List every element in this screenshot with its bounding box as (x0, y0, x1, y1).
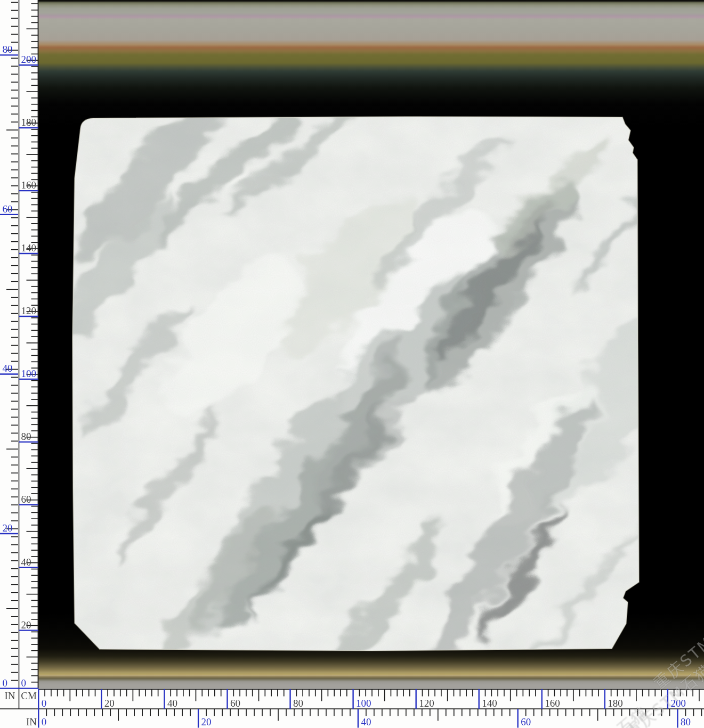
svg-text:40: 40 (3, 363, 13, 374)
svg-text:200: 200 (21, 54, 37, 65)
svg-text:60: 60 (21, 494, 31, 505)
slab-scanner-viewport: 0204060801001201401601802000204060800204… (0, 0, 704, 728)
svg-text:180: 180 (608, 698, 623, 709)
svg-text:140: 140 (21, 242, 37, 253)
svg-text:60: 60 (3, 203, 13, 215)
svg-text:0: 0 (42, 698, 47, 709)
svg-text:20: 20 (104, 698, 115, 709)
svg-text:60: 60 (521, 716, 531, 727)
svg-text:40: 40 (361, 716, 371, 727)
svg-text:160: 160 (545, 698, 560, 709)
svg-text:120: 120 (419, 698, 434, 709)
corner-unit-in-bottom-row: IN (26, 716, 37, 727)
svg-text:20: 20 (21, 619, 31, 631)
svg-text:40: 40 (21, 557, 31, 568)
measurement-rulers: 0204060801001201401601802000204060800204… (0, 0, 704, 728)
svg-text:120: 120 (21, 305, 37, 316)
ruler-frame (0, 0, 704, 709)
svg-text:160: 160 (21, 179, 37, 191)
svg-text:0: 0 (21, 677, 27, 689)
ruler-backgrounds (0, 0, 704, 728)
corner-unit-in: IN (4, 690, 15, 701)
svg-text:0: 0 (3, 677, 8, 689)
svg-text:80: 80 (3, 44, 13, 55)
svg-text:80: 80 (293, 698, 303, 709)
svg-text:60: 60 (230, 698, 240, 709)
svg-text:200: 200 (670, 698, 686, 709)
svg-text:140: 140 (482, 698, 497, 709)
svg-text:80: 80 (21, 431, 31, 442)
svg-text:80: 80 (681, 716, 691, 727)
svg-text:0: 0 (42, 716, 47, 727)
svg-text:20: 20 (201, 716, 212, 727)
corner-unit-cm: CM (21, 690, 37, 701)
svg-text:180: 180 (21, 117, 37, 128)
svg-text:100: 100 (356, 698, 371, 709)
svg-text:20: 20 (3, 522, 13, 534)
svg-text:40: 40 (167, 698, 177, 709)
svg-text:100: 100 (21, 368, 37, 379)
